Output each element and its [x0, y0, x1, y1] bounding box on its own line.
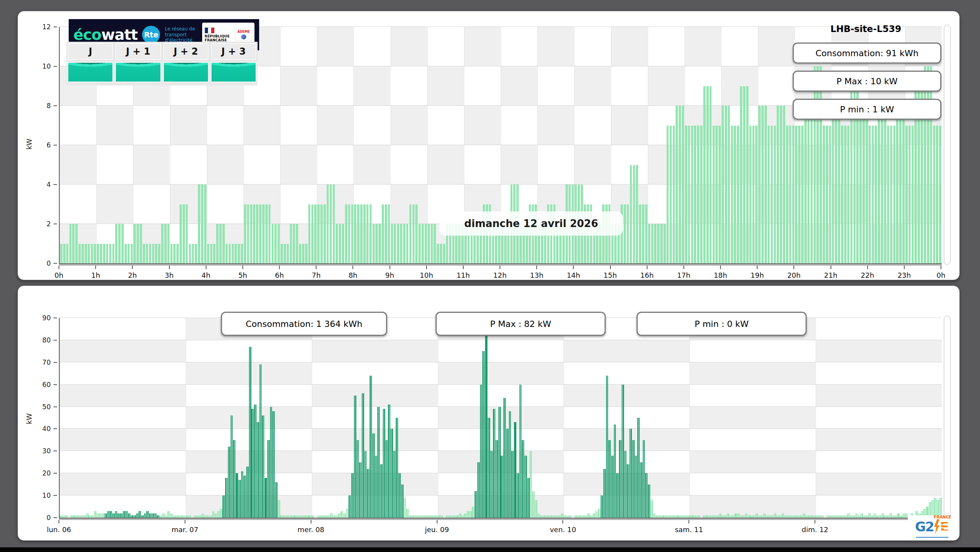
bar [924, 66, 926, 263]
bar [593, 513, 594, 518]
bar [667, 126, 669, 264]
bar [861, 513, 861, 518]
bar [362, 393, 363, 518]
bar [190, 515, 190, 518]
ecowatt-signal-j[interactable] [68, 62, 113, 82]
bar [631, 429, 631, 518]
tab-day-j3[interactable]: J + 3 [211, 43, 256, 60]
bar [118, 224, 121, 263]
bar [883, 513, 884, 518]
bar [269, 440, 269, 518]
bar [679, 515, 680, 518]
bar [792, 515, 793, 518]
bar [359, 462, 360, 518]
daily-chart-card: kW 024681012 0h1h2h3h4h5h6h7h8h9h10h11h1… [18, 11, 960, 280]
bar [789, 126, 791, 264]
bar [394, 224, 396, 263]
bar [540, 515, 541, 518]
ecowatt-signal-j1[interactable] [115, 62, 161, 82]
ecowatt-signal-j3[interactable] [211, 62, 256, 82]
bar [849, 513, 850, 518]
bar [198, 515, 199, 518]
bar [155, 244, 157, 264]
bar [682, 515, 683, 518]
bar [107, 511, 108, 518]
bar [500, 407, 500, 518]
bar [267, 440, 268, 518]
bar [556, 515, 557, 518]
bar [509, 411, 510, 518]
bar [370, 376, 370, 518]
bar [241, 471, 242, 518]
bar [395, 451, 395, 518]
bar [817, 515, 818, 518]
bar [605, 469, 605, 518]
bar [327, 185, 329, 263]
ecowatt-logo-eco: éco [73, 26, 101, 43]
bar [762, 515, 763, 518]
bar [328, 515, 329, 518]
bar [232, 415, 233, 518]
bar [886, 515, 886, 518]
bar [786, 515, 786, 518]
bar [180, 515, 180, 518]
bar [460, 513, 461, 518]
bar [86, 513, 87, 518]
bar [320, 515, 320, 518]
tab-day-j2[interactable]: J + 2 [163, 43, 209, 60]
bar [720, 513, 721, 518]
bar [341, 511, 341, 518]
bar [578, 515, 579, 518]
bar [386, 440, 386, 518]
bar [663, 224, 666, 263]
tab-day-j[interactable]: J [68, 43, 113, 60]
bar [828, 515, 829, 518]
bar [624, 451, 625, 518]
bar [727, 513, 727, 518]
bar [119, 513, 120, 518]
bar [426, 515, 427, 518]
bar [318, 515, 319, 518]
chart-scrollbar[interactable] [944, 25, 951, 265]
bar [745, 513, 746, 518]
bar [615, 424, 616, 518]
bar [845, 515, 846, 518]
bar [855, 513, 856, 518]
bar [326, 515, 327, 518]
bar [173, 244, 176, 264]
bar [242, 471, 243, 518]
bar [299, 515, 300, 518]
bar [284, 244, 286, 264]
bar [207, 244, 210, 264]
bar [156, 513, 157, 518]
bar [158, 515, 159, 518]
bar [330, 185, 332, 263]
bar [373, 224, 375, 263]
bar [162, 513, 163, 518]
bar [314, 204, 317, 264]
bar [99, 513, 100, 518]
bar [463, 515, 464, 518]
bar [888, 515, 889, 518]
bar [645, 204, 647, 264]
bar [365, 451, 365, 518]
tab-day-j1[interactable]: J + 1 [115, 43, 161, 60]
bar [324, 515, 324, 518]
bar [262, 415, 263, 518]
bar [884, 515, 885, 518]
bar [783, 513, 784, 518]
bar [355, 396, 356, 518]
chart-scrollbar[interactable] [944, 316, 951, 519]
bar [408, 509, 409, 518]
bar [178, 515, 179, 518]
bar [186, 515, 187, 518]
ecowatt-signal-j2[interactable] [163, 62, 209, 82]
y-tick-label: 10 [42, 62, 51, 70]
bar [431, 224, 433, 263]
bar [213, 511, 214, 518]
bar [108, 511, 109, 518]
bar [148, 511, 149, 518]
bar [535, 500, 536, 518]
bar [936, 126, 938, 264]
bar [131, 515, 132, 518]
